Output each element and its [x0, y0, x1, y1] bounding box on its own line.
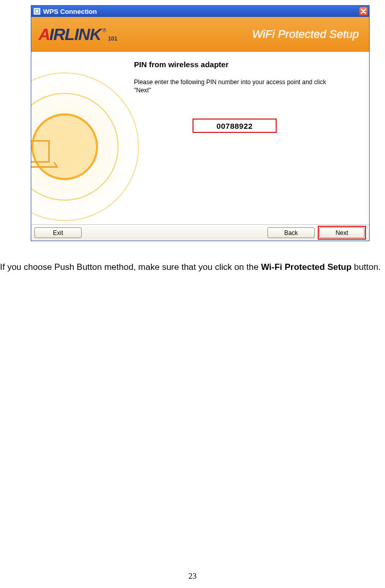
button-bar: Exit Back Next	[31, 224, 369, 241]
pin-display: 00788922	[192, 119, 277, 133]
content-paragraph: Please enter the following PIN number in…	[134, 78, 339, 94]
exit-button[interactable]: Exit	[34, 227, 82, 238]
document-paragraph: If you choose Push Button method, make s…	[0, 262, 385, 272]
decorative-rings	[31, 72, 144, 224]
svg-rect-1	[35, 10, 38, 13]
banner: AIRLINK ® 101 WiFi Protected Setup	[31, 17, 369, 52]
close-button[interactable]	[359, 7, 368, 16]
page-number: 23	[0, 572, 385, 581]
back-button[interactable]: Back	[267, 227, 315, 238]
brand-registered-icon: ®	[103, 28, 106, 33]
doc-text-pre: If you choose Push Button method, make s…	[0, 262, 261, 272]
doc-text-post: button.	[352, 262, 381, 272]
banner-heading: WiFi Protected Setup	[252, 28, 359, 41]
titlebar[interactable]: WPS Connection	[31, 6, 369, 17]
brand-logo-a: A	[38, 25, 49, 44]
doc-text-bold: Wi-Fi Protected Setup	[261, 262, 351, 272]
wps-dialog: WPS Connection AIRLINK ® 101 WiFi Protec…	[31, 5, 370, 241]
dialog-content: PIN from wireless adapter Please enter t…	[31, 52, 369, 224]
brand-logo-rest: IRLINK	[49, 25, 101, 44]
content-heading: PIN from wireless adapter	[134, 60, 361, 69]
laptop-icon	[31, 140, 55, 172]
next-highlight: Next	[318, 226, 366, 240]
app-icon	[33, 8, 41, 15]
window-title: WPS Connection	[43, 8, 97, 15]
pin-value: 00788922	[217, 122, 253, 130]
next-button[interactable]: Next	[319, 227, 364, 238]
brand-sub: 101	[108, 35, 117, 42]
brand-logo: AIRLINK ® 101	[38, 25, 119, 44]
